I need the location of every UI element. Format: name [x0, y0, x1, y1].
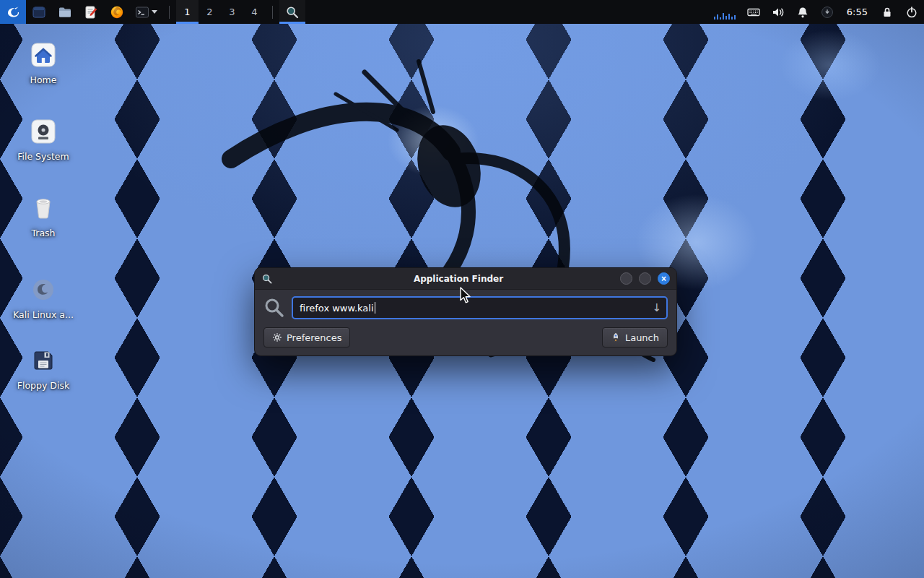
- application-finder-window: Application Finder × firefox www.kali ↓: [254, 267, 677, 356]
- search-icon: [263, 297, 285, 319]
- clock[interactable]: 6:55: [840, 7, 875, 17]
- firefox-icon: [110, 5, 124, 20]
- power-icon: [905, 6, 918, 19]
- preferences-label: Preferences: [287, 332, 341, 343]
- power-button[interactable]: [899, 0, 924, 24]
- panel-separator: [272, 6, 273, 19]
- trash-icon: [29, 194, 58, 223]
- titlebar[interactable]: Application Finder ×: [255, 268, 676, 290]
- folder-launcher[interactable]: [52, 0, 78, 24]
- launch-label: Launch: [625, 332, 659, 343]
- search-text: firefox www.kali: [300, 303, 374, 314]
- keyboard-icon: [747, 6, 760, 19]
- desktop-icon-label: Trash: [31, 228, 55, 238]
- application-finder-icon: [261, 273, 273, 285]
- search-input[interactable]: firefox www.kali ↓: [292, 296, 668, 319]
- taskbar-application-finder[interactable]: [279, 0, 305, 24]
- panel-left: 1 2 3 4: [0, 0, 305, 24]
- file-system-icon: [29, 117, 58, 146]
- search-row: firefox www.kali ↓: [263, 296, 668, 319]
- application-finder-icon: [285, 5, 300, 20]
- maximize-button[interactable]: [639, 272, 651, 285]
- desktop-icon-file-system[interactable]: File System: [9, 117, 78, 162]
- text-cursor: [375, 302, 375, 314]
- panel-right: 6:55: [708, 0, 924, 24]
- kali-logo-icon: [6, 5, 20, 20]
- text-editor-launcher[interactable]: [78, 0, 104, 24]
- workspace-4[interactable]: 4: [243, 0, 266, 24]
- desktop-icon-floppy-disk[interactable]: Floppy Disk: [9, 346, 78, 391]
- bell-icon: [796, 6, 809, 19]
- panel-separator: [169, 6, 170, 19]
- floppy-disk-icon: [29, 346, 58, 375]
- applications-menu-button[interactable]: [0, 0, 26, 24]
- close-icon: ×: [661, 275, 666, 283]
- dialog-body: firefox www.kali ↓ Preferences: [255, 290, 676, 355]
- home-icon: [29, 40, 58, 69]
- dialog-actions: Preferences Launch: [263, 327, 668, 348]
- desktop: 1 2 3 4: [0, 0, 924, 578]
- workspace-3[interactable]: 3: [221, 0, 243, 24]
- text-editor-icon: [84, 5, 98, 20]
- preferences-button[interactable]: Preferences: [263, 327, 350, 348]
- launch-icon: [611, 332, 621, 342]
- file-manager-launcher[interactable]: [26, 0, 52, 24]
- launch-button[interactable]: Launch: [602, 327, 668, 348]
- volume-icon: [772, 6, 785, 19]
- desktop-icon-label: Floppy Disk: [17, 380, 69, 391]
- window-title: Application Finder: [305, 274, 611, 284]
- window-icon: [32, 5, 46, 20]
- screen-lock-indicator[interactable]: [875, 0, 899, 24]
- dropdown-arrow-icon[interactable]: ↓: [652, 301, 661, 314]
- keyboard-indicator[interactable]: [741, 0, 766, 24]
- workspace-1[interactable]: 1: [176, 0, 199, 24]
- status-circle-icon: [821, 6, 834, 19]
- system-monitor-applet[interactable]: [708, 3, 741, 22]
- kali-docs-icon: [29, 275, 58, 304]
- terminal-icon: [135, 5, 149, 20]
- top-panel: 1 2 3 4: [0, 0, 924, 24]
- chevron-down-icon: [152, 10, 157, 14]
- window-controls: ×: [620, 272, 670, 285]
- workspace-2[interactable]: 2: [199, 0, 221, 24]
- firefox-launcher[interactable]: [104, 0, 130, 24]
- desktop-icon-label: File System: [17, 151, 69, 162]
- update-status-icon[interactable]: [815, 0, 840, 24]
- terminal-launcher[interactable]: [130, 0, 162, 24]
- desktop-icon-home[interactable]: Home: [9, 40, 78, 85]
- gear-icon: [272, 332, 282, 342]
- desktop-icon-label: Home: [30, 74, 57, 85]
- desktop-icon-trash[interactable]: Trash: [9, 194, 78, 238]
- close-button[interactable]: ×: [658, 272, 670, 285]
- minimize-button[interactable]: [620, 272, 632, 285]
- desktop-icon-label: Kali Linux a...: [13, 309, 74, 320]
- folder-icon: [58, 5, 72, 20]
- desktop-icon-kali-docs[interactable]: Kali Linux a...: [9, 275, 78, 320]
- workspace-switcher: 1 2 3 4: [176, 0, 266, 24]
- lock-icon: [881, 6, 894, 19]
- notifications-indicator[interactable]: [790, 0, 815, 24]
- volume-indicator[interactable]: [766, 0, 790, 24]
